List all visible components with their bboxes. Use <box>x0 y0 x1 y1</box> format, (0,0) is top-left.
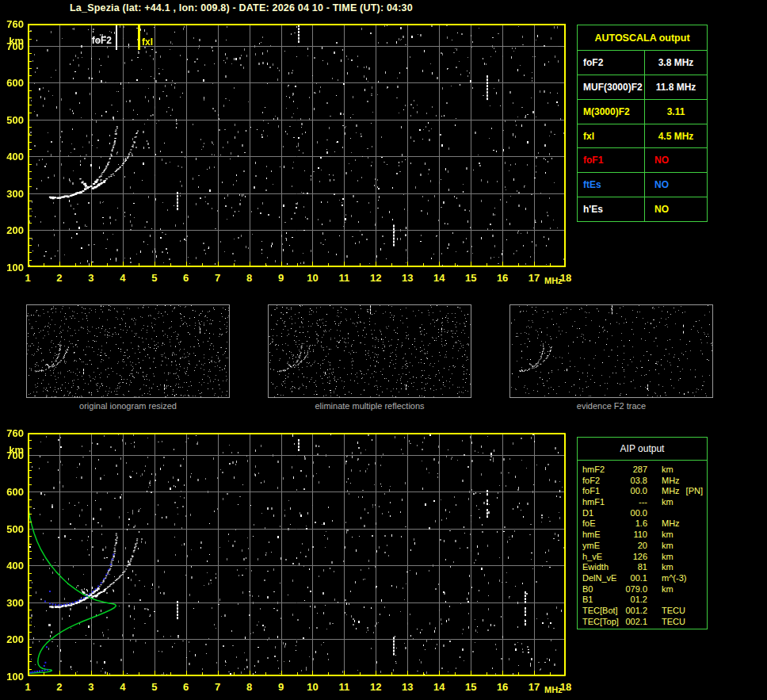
aip-row-unit: km <box>647 497 674 508</box>
aip-row-unit: MHz <box>647 486 680 497</box>
bottom-plot-y-tick-label: 600 <box>0 486 24 498</box>
aip-row-unit: km <box>647 541 674 552</box>
aip-row-value: --- <box>624 497 647 508</box>
aip-row-unit: m^(-3) <box>647 573 686 584</box>
top-plot-x-tick-label: 14 <box>428 272 450 284</box>
bottom-plot-y-tick-label: 760 <box>0 427 24 439</box>
aip-row: foF100.0MHz[PN] <box>578 486 707 497</box>
aip-row-unit: TECU <box>647 606 685 617</box>
top-plot-x-tick-label: 13 <box>396 272 418 284</box>
aip-row-value: 01.2 <box>624 595 647 606</box>
thumbnail-remove-reflections <box>268 304 471 398</box>
autoscala-row-label: foF1 <box>578 148 645 172</box>
bottom-plot-x-tick-label: 8 <box>238 681 261 693</box>
aip-row-value: 00.0 <box>624 508 647 519</box>
bottom-plot-x-tick-label: 12 <box>364 681 387 693</box>
aip-row: Ewidth81km <box>578 562 707 573</box>
aip-row-label: TEC[Bot] <box>578 606 624 617</box>
bottom-plot-x-tick-label: 4 <box>112 681 134 693</box>
aip-row: TEC[Top]002.1TECU <box>578 617 707 628</box>
top-plot-y-tick-label: 760 <box>0 18 24 30</box>
top-plot-y-axis-unit: km <box>0 35 24 47</box>
autoscala-row-label: h'Es <box>578 197 645 221</box>
aip-row-unit: MHz <box>647 476 680 487</box>
aip-row-label: ymE <box>578 541 624 552</box>
top-plot-x-tick-label: 12 <box>364 272 387 284</box>
aip-row-unit <box>647 595 662 606</box>
top-plot-y-tick-label: 300 <box>0 188 24 200</box>
top-plot-y-tick-label: 100 <box>0 262 24 273</box>
top-plot-x-tick-label: 16 <box>491 272 513 284</box>
autoscala-row-value: NO <box>645 197 707 221</box>
autoscala-row: h'EsNO <box>578 197 707 221</box>
aip-row: TEC[Bot]001.2TECU <box>578 606 707 617</box>
aip-row-label: hmF2 <box>578 465 624 476</box>
aip-row: ymE20km <box>578 541 707 552</box>
page-title: La_Spezia (lat: +44.1 , lon: 009.8) - DA… <box>70 2 413 13</box>
fxi-marker-label: fxI <box>142 36 153 48</box>
aip-row-label: Ewidth <box>578 562 624 573</box>
top-plot-y-tick-label: 400 <box>0 151 24 163</box>
aip-row-label: foE <box>578 518 624 530</box>
top-plot-y-tick-label: 600 <box>0 77 24 89</box>
autoscala-row-value: 4.5 MHz <box>645 124 707 148</box>
aip-row: foE1.6MHz <box>578 518 707 530</box>
bottom-plot-x-tick-label: 6 <box>175 681 197 693</box>
aip-row-label: hmE <box>578 530 624 541</box>
autoscala-row-value: 3.8 MHz <box>645 51 707 75</box>
bottom-plot-x-tick-label: 13 <box>396 681 418 693</box>
aip-row-value: 110 <box>624 530 647 541</box>
bottom-plot-x-tick-label: 17 <box>523 681 545 693</box>
top-plot-x-tick-label: 15 <box>460 272 482 284</box>
aip-table-rows: hmF2287kmfoF203.8MHzfoF100.0MHz[PN]hmF1-… <box>578 461 707 629</box>
top-plot-x-tick-label: 5 <box>143 272 166 284</box>
aip-row-label: foF2 <box>578 476 624 487</box>
bottom-plot-y-tick-label: 300 <box>0 597 24 609</box>
top-plot-x-tick-label: 2 <box>48 272 71 284</box>
top-plot-x-tick-label: 8 <box>238 272 261 284</box>
autoscala-row-value: NO <box>645 173 707 197</box>
bottom-plot-y-tick-label: 400 <box>0 560 24 572</box>
aip-row-unit: km <box>647 584 674 595</box>
bottom-plot-y-tick-label: 200 <box>0 633 24 645</box>
thumbnail-original-canvas <box>27 305 229 397</box>
aip-row-value: 079.0 <box>624 584 647 595</box>
aip-row-value: 126 <box>624 552 647 563</box>
bottom-plot-y-tick-label: 500 <box>0 523 24 535</box>
top-plot-y-tick-label: 200 <box>0 224 24 236</box>
autoscala-row-label: ftEs <box>578 173 645 197</box>
aip-row: h_vE126km <box>578 552 707 563</box>
top-ionogram-canvas <box>28 24 566 267</box>
autoscala-row-label: MUF(3000)F2 <box>578 75 645 99</box>
bottom-ionogram-canvas <box>28 433 566 676</box>
bottom-plot-x-tick-label: 15 <box>460 681 482 693</box>
autoscala-row-value: 11.8 MHz <box>645 75 707 99</box>
autoscala-table-title: AUTOSCALA output <box>578 25 707 51</box>
thumbnail-f2-trace <box>509 304 713 398</box>
bottom-plot-y-axis-unit: km <box>0 444 24 456</box>
aip-row-unit: km <box>647 530 674 541</box>
bottom-plot-x-tick-label: 1 <box>17 681 39 693</box>
bottom-plot-x-tick-label: 11 <box>333 681 355 693</box>
fof2-marker-label: foF2 <box>80 35 112 46</box>
top-plot-y-tick-label: 500 <box>0 114 24 126</box>
bottom-plot-x-tick-label: 5 <box>143 681 166 693</box>
aip-row: DelN_vE00.1m^(-3) <box>578 573 707 584</box>
aip-row-unit: MHz <box>647 518 680 530</box>
top-plot-x-tick-label: 3 <box>80 272 102 284</box>
thumbnail-f2-trace-canvas <box>510 305 712 397</box>
aip-row-label: hmF1 <box>578 497 624 508</box>
bottom-plot-x-axis-unit: MHz <box>544 685 563 694</box>
autoscala-row: foF1NO <box>578 148 707 173</box>
autoscala-output-table: AUTOSCALA output foF23.8 MHzMUF(3000)F21… <box>577 25 708 222</box>
aip-row-label: DelN_vE <box>578 573 624 584</box>
top-plot-x-tick-label: 17 <box>523 272 545 284</box>
autoscala-row-label: M(3000)F2 <box>578 100 645 124</box>
aip-row-label: B0 <box>578 584 624 595</box>
aip-row-unit: TECU <box>647 617 685 628</box>
thumbnail-original-ionogram <box>26 304 230 398</box>
top-plot-x-tick-label: 7 <box>207 272 229 284</box>
thumbnail-remove-reflections-canvas <box>269 305 471 397</box>
aip-row-value: 287 <box>624 465 647 476</box>
aip-row-flag: [PN] <box>680 486 703 497</box>
